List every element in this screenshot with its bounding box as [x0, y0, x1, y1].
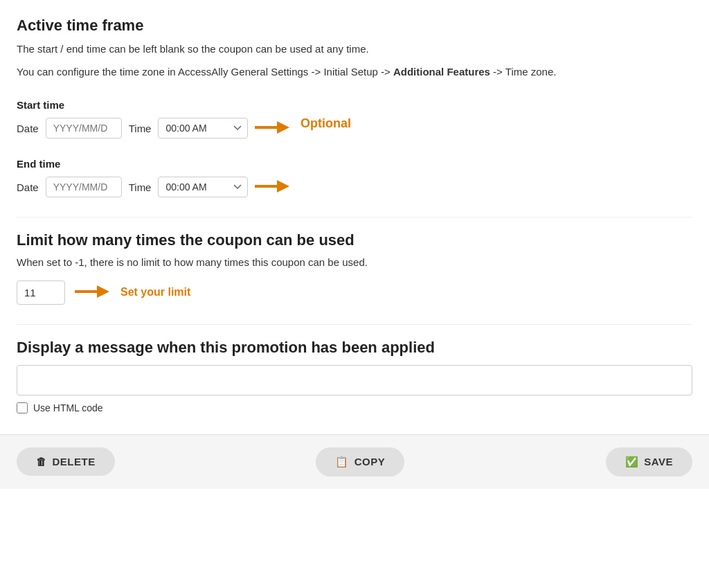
message-input[interactable]: [17, 365, 692, 395]
end-date-input[interactable]: [46, 177, 122, 197]
check-icon: ✅: [625, 456, 639, 468]
start-time-text-label: Time: [129, 123, 152, 134]
trash-icon: 🗑: [36, 456, 47, 467]
end-time-select[interactable]: 00:00 AM: [158, 177, 248, 197]
limit-input[interactable]: [17, 280, 65, 305]
message-section-title: Display a message when this promotion ha…: [17, 339, 692, 357]
page-title: Active time frame: [17, 17, 692, 35]
save-label: SAVE: [644, 456, 673, 467]
use-html-checkbox[interactable]: [17, 402, 28, 413]
limit-arrow-icon: [75, 284, 111, 301]
description-2-prefix: You can configure the time zone in Acces…: [17, 66, 393, 78]
start-date-label: Date: [17, 123, 39, 134]
delete-label: DELETE: [53, 456, 96, 467]
divider-2: [17, 324, 692, 325]
use-html-label[interactable]: Use HTML code: [33, 402, 103, 413]
start-time-label: Start time: [17, 99, 692, 111]
start-time-arrow-icon: [255, 120, 291, 137]
end-date-label: Date: [17, 181, 39, 193]
set-limit-label: Set your limit: [120, 286, 190, 299]
start-date-input[interactable]: [46, 118, 122, 139]
limit-section-title: Limit how many times the coupon can be u…: [17, 231, 692, 249]
copy-label: COPY: [354, 456, 386, 467]
limit-description: When set to -1, there is no limit to how…: [17, 255, 692, 271]
end-time-arrow-icon: [255, 179, 291, 196]
save-button[interactable]: ✅ SAVE: [606, 447, 692, 476]
start-time-select[interactable]: 00:00 AM: [158, 118, 248, 139]
description-1: The start / end time can be left blank s…: [17, 42, 692, 57]
optional-label: Optional: [300, 116, 351, 131]
delete-button[interactable]: 🗑 DELETE: [17, 447, 115, 476]
copy-icon: 📋: [335, 456, 349, 468]
end-time-text-label: Time: [129, 181, 152, 193]
divider-1: [17, 217, 692, 217]
copy-button[interactable]: 📋 COPY: [316, 447, 404, 476]
footer-bar: 🗑 DELETE 📋 COPY ✅ SAVE: [0, 434, 709, 489]
description-2-suffix: -> Time zone.: [490, 66, 556, 78]
additional-features-link: Additional Features: [393, 66, 490, 78]
end-time-label: End time: [17, 158, 692, 170]
description-2: You can configure the time zone in Acces…: [17, 64, 692, 80]
